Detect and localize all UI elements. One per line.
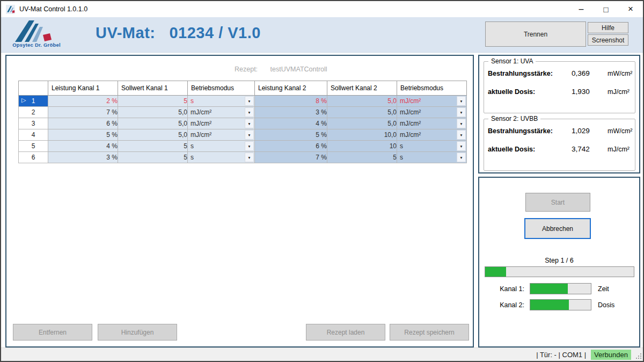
dropdown-arrow-icon[interactable]: ▼ <box>245 96 254 106</box>
maximize-button[interactable]: □ <box>594 1 618 17</box>
cell-leistung2[interactable]: 7 % <box>255 152 327 163</box>
row-header[interactable]: 2 <box>19 107 48 118</box>
cell-betriebsmodus1[interactable]: s▼ <box>188 152 255 163</box>
cell-leistung1[interactable]: 5 % <box>48 129 118 141</box>
irradiance-unit: mW/cm² <box>598 127 635 135</box>
table-row[interactable]: ▷1 2 % 5 s▼ 8 % 5,0 mJ/cm²▼ <box>19 96 467 107</box>
cell-betriebsmodus2[interactable]: mJ/cm²▼ <box>397 107 467 118</box>
kanal2-progress-bar <box>530 299 591 310</box>
close-button[interactable]: × <box>618 1 643 17</box>
cell-leistung2[interactable]: 4 % <box>255 118 327 129</box>
recipe-line: Rezept: testUVMATControll <box>235 66 327 73</box>
entfernen-button[interactable]: Entfernen <box>13 324 92 341</box>
col-header-leistung2: Leistung Kanal 2 <box>255 81 327 96</box>
dose-label: aktuelle Dosis: <box>484 146 564 153</box>
cell-sollwert2[interactable]: 5,0 <box>327 118 397 129</box>
table-row[interactable]: 2 7 % 5,0 mJ/cm²▼ 3 % 5,0 mJ/cm²▼ <box>19 107 467 118</box>
col-header-leistung1: Leistung Kanal 1 <box>48 81 118 96</box>
minimize-button[interactable]: – <box>569 1 594 17</box>
rezept-speichern-button[interactable]: Rezept speichern <box>390 324 469 341</box>
irradiance-value: 1,029 <box>564 127 598 135</box>
cell-sollwert1[interactable]: 5 <box>118 96 188 107</box>
cell-leistung2[interactable]: 5 % <box>255 129 327 141</box>
sensors-panel: Sensor 1: UVA Bestrahlungsstärke: 0,369 … <box>478 55 640 173</box>
cell-sollwert1[interactable]: 5 <box>118 152 188 163</box>
cell-leistung1[interactable]: 3 % <box>48 152 118 163</box>
recipe-label: Rezept: <box>235 66 258 73</box>
cell-betriebsmodus1[interactable]: s▼ <box>188 141 255 152</box>
trennen-button[interactable]: Trennen <box>485 21 586 47</box>
cell-sollwert2[interactable]: 5 <box>327 152 397 163</box>
cell-betriebsmodus2[interactable]: mJ/cm²▼ <box>397 96 467 107</box>
table-row[interactable]: 6 3 % 5 s▼ 7 % 5 s▼ <box>19 152 467 163</box>
irradiance-label: Bestrahlungsstärke: <box>484 127 564 135</box>
cell-leistung1[interactable]: 4 % <box>48 141 118 152</box>
cell-sollwert1[interactable]: 5,0 <box>118 107 188 118</box>
cell-betriebsmodus1[interactable]: mJ/cm²▼ <box>188 107 255 118</box>
sensor1-groupbox: Sensor 1: UVA Bestrahlungsstärke: 0,369 … <box>484 61 635 113</box>
kanal1-mode-label: Zeit <box>598 285 609 293</box>
hinzufuegen-button[interactable]: Hinzufügen <box>98 324 177 341</box>
cell-betriebsmodus2[interactable]: s▼ <box>397 152 467 163</box>
logo-text: Opsytec Dr. Gröbel <box>6 42 67 48</box>
cell-sollwert1[interactable]: 5,0 <box>118 129 188 141</box>
dropdown-arrow-icon[interactable]: ▼ <box>457 119 466 128</box>
cell-sollwert2[interactable]: 5,0 <box>327 107 397 118</box>
cell-leistung2[interactable]: 6 % <box>255 141 327 152</box>
cell-sollwert1[interactable]: 5 <box>118 141 188 152</box>
cell-leistung2[interactable]: 3 % <box>255 107 327 118</box>
sensor1-title: Sensor 1: UVA <box>488 57 536 65</box>
dose-value: 3,742 <box>564 145 598 153</box>
cell-betriebsmodus2[interactable]: s▼ <box>397 141 467 152</box>
table-row[interactable]: 3 6 % 5,0 mJ/cm²▼ 4 % 5,0 mJ/cm²▼ <box>19 118 467 129</box>
steps-table: Leistung Kanal 1 Sollwert Kanal 1 Betrie… <box>18 81 467 163</box>
kanal1-progress-bar <box>530 283 591 294</box>
dropdown-arrow-icon[interactable]: ▼ <box>245 141 254 151</box>
cell-leistung1[interactable]: 6 % <box>48 118 118 129</box>
app-icon <box>6 5 15 14</box>
kanal1-progress-fill <box>530 284 568 294</box>
dropdown-arrow-icon[interactable]: ▼ <box>245 130 254 140</box>
control-panel: Start Abbrechen Step 1 / 6 Kanal 1: Zeit… <box>478 177 640 347</box>
cell-leistung2[interactable]: 8 % <box>255 96 327 107</box>
dose-label: aktuelle Dosis: <box>484 88 564 96</box>
table-row[interactable]: 4 5 % 5,0 mJ/cm²▼ 5 % 10,0 mJ/cm²▼ <box>19 129 467 141</box>
cell-betriebsmodus1[interactable]: mJ/cm²▼ <box>188 129 255 141</box>
cell-betriebsmodus2[interactable]: mJ/cm²▼ <box>397 118 467 129</box>
dropdown-arrow-icon[interactable]: ▼ <box>457 96 466 106</box>
cell-betriebsmodus1[interactable]: mJ/cm²▼ <box>188 118 255 129</box>
row-header[interactable]: 4 <box>19 129 48 141</box>
dropdown-arrow-icon[interactable]: ▼ <box>457 130 466 140</box>
start-button[interactable]: Start <box>525 193 590 212</box>
cell-sollwert2[interactable]: 10,0 <box>327 129 397 141</box>
page-title: UV-Mat:01234 / V1.0 <box>96 24 261 42</box>
resize-grip-icon[interactable] <box>635 353 642 359</box>
cell-leistung1[interactable]: 7 % <box>48 107 118 118</box>
dropdown-arrow-icon[interactable]: ▼ <box>245 153 254 162</box>
row-header[interactable]: 5 <box>19 141 48 152</box>
dropdown-arrow-icon[interactable]: ▼ <box>245 119 254 128</box>
screenshot-button[interactable]: Screenshot <box>588 34 628 46</box>
dose-unit: mJ/cm² <box>598 88 635 96</box>
rezept-laden-button[interactable]: Rezept laden <box>306 324 385 341</box>
dropdown-arrow-icon[interactable]: ▼ <box>457 141 466 151</box>
dropdown-arrow-icon[interactable]: ▼ <box>245 107 254 117</box>
cell-sollwert2[interactable]: 5,0 <box>327 96 397 107</box>
row-header[interactable]: ▷1 <box>19 96 48 107</box>
row-header[interactable]: 6 <box>19 152 48 163</box>
table-header-row: Leistung Kanal 1 Sollwert Kanal 1 Betrie… <box>19 81 467 96</box>
cell-betriebsmodus1[interactable]: s▼ <box>188 96 255 107</box>
device-name-label: UV-Mat: <box>96 24 155 41</box>
cell-sollwert1[interactable]: 5,0 <box>118 118 188 129</box>
abbrechen-button[interactable]: Abbrechen <box>524 218 591 239</box>
cell-leistung1[interactable]: 2 % <box>48 96 118 107</box>
window-title: UV-Mat Control 1.0.1.0 <box>19 5 87 13</box>
hilfe-button[interactable]: Hilfe <box>588 22 628 33</box>
table-row[interactable]: 5 4 % 5 s▼ 6 % 10 s▼ <box>19 141 467 152</box>
cell-sollwert2[interactable]: 10 <box>327 141 397 152</box>
dropdown-arrow-icon[interactable]: ▼ <box>457 153 466 162</box>
dropdown-arrow-icon[interactable]: ▼ <box>457 107 466 117</box>
cell-betriebsmodus2[interactable]: mJ/cm²▼ <box>397 129 467 141</box>
row-header[interactable]: 3 <box>19 118 48 129</box>
connection-status-badge: Verbunden <box>591 350 631 360</box>
